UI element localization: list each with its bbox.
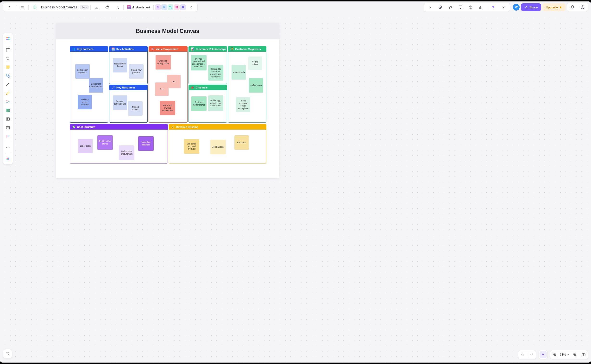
- canvas-board[interactable]: Business Model Canvas 👥Key Partners Coff…: [56, 23, 279, 178]
- card-tool[interactable]: [4, 124, 12, 132]
- sticky-note[interactable]: Offer high-quality coffee: [156, 55, 171, 70]
- section-cost-structure[interactable]: 💸Cost Structure Labor costs Rent for off…: [70, 124, 168, 163]
- user-avatar[interactable]: W: [513, 4, 520, 11]
- comment-button[interactable]: [456, 3, 465, 11]
- connector-tool[interactable]: [4, 80, 12, 89]
- back-button[interactable]: [5, 3, 14, 11]
- present-button[interactable]: [435, 3, 445, 11]
- tag-button[interactable]: [102, 3, 112, 11]
- search-button[interactable]: [112, 3, 122, 11]
- table-tool[interactable]: [4, 106, 12, 114]
- section-key-partners[interactable]: 👥Key Partners Coffee bean suppliers Equi…: [70, 46, 108, 123]
- sticky-note[interactable]: Labor costs: [78, 139, 93, 153]
- notifications-button[interactable]: [568, 3, 577, 11]
- mode-chip-grid[interactable]: [174, 4, 180, 10]
- text-block-tool[interactable]: T: [4, 115, 12, 123]
- sticky-note[interactable]: Young adults: [248, 57, 262, 70]
- sticky-note[interactable]: Professionals: [232, 65, 246, 80]
- sticky-note[interactable]: Premium coffee beans: [113, 95, 127, 110]
- zoom-controls: 38%: [518, 350, 588, 359]
- svg-point-39: [6, 100, 7, 101]
- kanban-tool[interactable]: [4, 132, 12, 140]
- ai-logo-icon: [127, 5, 131, 9]
- svg-point-22: [525, 7, 526, 7]
- sticky-note[interactable]: Trained baristas: [128, 101, 143, 116]
- frame-tool[interactable]: [4, 46, 12, 54]
- section-channels[interactable]: 📣Channels Brick and mortar stores Mobile…: [188, 85, 227, 123]
- templates-icon[interactable]: [4, 34, 12, 43]
- more-tools[interactable]: [4, 143, 12, 152]
- svg-rect-12: [176, 7, 177, 8]
- zoom-in-button[interactable]: [570, 350, 579, 359]
- sticky-note[interactable]: Tea: [167, 75, 181, 88]
- svg-point-24: [527, 8, 527, 8]
- share-button[interactable]: Share: [521, 3, 541, 11]
- sticky-note[interactable]: Coffee lovers: [249, 78, 263, 92]
- zoom-out-button[interactable]: [550, 350, 559, 359]
- svg-point-59: [8, 157, 9, 159]
- collapse-chip-button[interactable]: [186, 3, 196, 11]
- sticky-note[interactable]: Coffee bean procurement: [119, 145, 134, 160]
- sticky-note[interactable]: People seeking a social atmosphere: [236, 97, 250, 112]
- section-revenue-streams[interactable]: 💰Revenue Streams Sell coffee and food pr…: [169, 124, 266, 163]
- sticky-note[interactable]: Rent for offline stores: [97, 135, 113, 150]
- cursor-dropdown[interactable]: [499, 3, 508, 11]
- sticky-note[interactable]: Marketing expenses: [138, 136, 154, 151]
- svg-point-17: [452, 7, 452, 7]
- apps-icon[interactable]: [4, 155, 12, 163]
- svg-point-55: [6, 147, 7, 148]
- chart-button[interactable]: [476, 3, 486, 11]
- sticky-note[interactable]: Merchandises: [210, 140, 226, 154]
- section-key-resources[interactable]: 🗝️Key Resources Premium coffee beans Tra…: [109, 85, 148, 123]
- help-button[interactable]: [578, 3, 587, 11]
- sync-icon[interactable]: [30, 3, 40, 11]
- pointer-mode[interactable]: [539, 351, 547, 358]
- section-customer-relationships[interactable]: 📊Customer Relationships Provide personal…: [188, 46, 227, 84]
- sticky-note[interactable]: Equipment manufacturers: [89, 78, 103, 92]
- sticky-note-tool[interactable]: [4, 63, 12, 71]
- zoom-level[interactable]: 38%: [559, 353, 570, 356]
- svg-point-60: [6, 159, 8, 160]
- svg-point-61: [8, 159, 9, 160]
- sticky-note[interactable]: Create new products: [129, 64, 143, 79]
- sticky-note[interactable]: Respond to customer queries and complain…: [208, 65, 223, 81]
- quick-add-button[interactable]: [3, 349, 12, 358]
- download-button[interactable]: [92, 3, 102, 11]
- sticky-note[interactable]: Roast coffee beans: [113, 58, 127, 72]
- confetti-icon[interactable]: [446, 3, 455, 11]
- history-button[interactable]: [466, 3, 475, 11]
- svg-point-58: [6, 157, 8, 159]
- section-key-activities[interactable]: 🗓️Key Activities Roast coffee beans Crea…: [109, 46, 148, 84]
- sticky-note[interactable]: Coffee bean suppliers: [75, 64, 90, 79]
- svg-point-28: [582, 8, 583, 8]
- mindmap-tool[interactable]: [4, 98, 12, 106]
- doc-title[interactable]: Business Model Canvas: [41, 5, 77, 9]
- section-value-proposition[interactable]: 🎯Value Proposition Offer high-quality co…: [149, 46, 188, 123]
- cursor-tool-button[interactable]: [489, 3, 498, 11]
- mode-chip-image[interactable]: [155, 4, 161, 10]
- mode-chip-p[interactable]: P: [161, 4, 167, 10]
- section-customer-segments[interactable]: 🧑‍🤝‍🧑Customer Segments Young adults Prof…: [228, 46, 266, 123]
- mode-chip-chat[interactable]: [180, 4, 186, 10]
- pen-tool[interactable]: [4, 89, 12, 97]
- sticky-note[interactable]: Food: [155, 83, 169, 96]
- upgrade-button[interactable]: Upgrade: [542, 3, 565, 11]
- svg-point-57: [9, 147, 10, 148]
- fit-view-button[interactable]: [579, 350, 588, 359]
- text-tool[interactable]: [4, 54, 12, 63]
- redo-button[interactable]: [527, 350, 536, 359]
- sticky-note[interactable]: Gift cards: [234, 135, 249, 150]
- menu-button[interactable]: [17, 3, 27, 11]
- sticky-note[interactable]: Warm and inviting atmosphere: [160, 101, 175, 115]
- sticky-note[interactable]: Mobile app, website, and social media: [208, 95, 223, 111]
- sticky-note[interactable]: Delivery service providers: [78, 95, 92, 109]
- sticky-note[interactable]: Sell coffee and food products: [184, 139, 199, 154]
- sticky-note[interactable]: Brick and mortar stores: [191, 96, 207, 111]
- shape-tool[interactable]: [4, 72, 12, 80]
- svg-rect-32: [8, 39, 10, 40]
- expand-panel-button[interactable]: [425, 3, 435, 11]
- mode-chip-flow[interactable]: [168, 4, 173, 10]
- ai-assistant-button[interactable]: AI Assistant: [125, 3, 152, 11]
- sticky-note[interactable]: Provide personalized experiences to cust…: [191, 55, 207, 71]
- undo-button[interactable]: [518, 350, 527, 359]
